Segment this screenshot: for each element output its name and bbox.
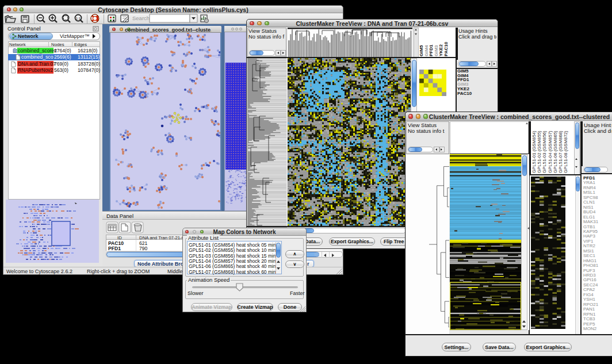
svg-text:MON2: MON2 [583, 326, 597, 331]
svg-text:1:1: 1:1 [76, 17, 81, 20]
svg-text:GPL51-01 (GSM854): GPL51-01 (GSM854) [531, 131, 537, 173]
svg-text:GPL51-08 (GSM872): GPL51-08 (GSM872) [563, 131, 568, 173]
svg-text:GPL51-02 (GSM855): GPL51-02 (GSM855) [537, 131, 542, 173]
svg-text:GPL51-03 (GSM856): GPL51-03 (GSM856) [542, 131, 547, 173]
svg-text:GPL51-04 (GSM857): GPL51-04 (GSM857) [548, 131, 553, 173]
svg-text:GPL51-06 (GSM865): GPL51-06 (GSM865) [553, 131, 558, 173]
svg-text:PAC10: PAC10 [443, 41, 449, 56]
svg-text:GPL51-07 (GSM868): GPL51-07 (GSM868) [558, 131, 563, 173]
svg-text:Search:: Search: [132, 15, 151, 21]
